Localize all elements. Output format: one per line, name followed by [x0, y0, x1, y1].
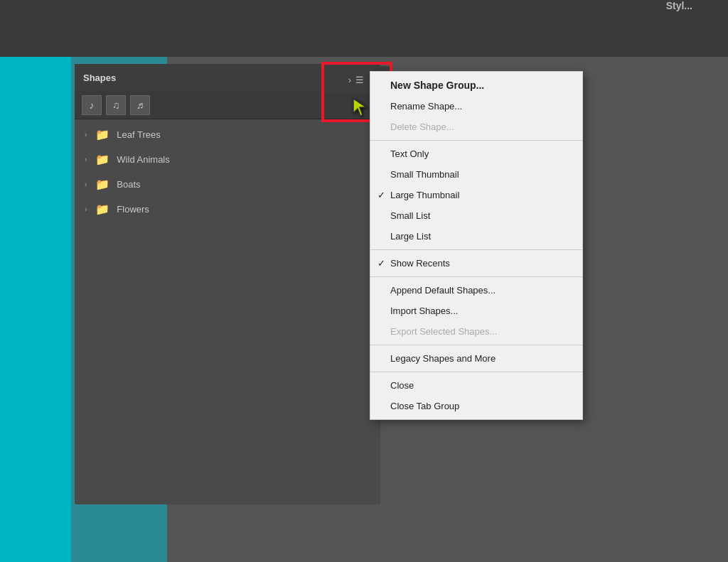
group-label: Flowers [117, 204, 149, 215]
menu-item-text-only[interactable]: Text Only [370, 144, 582, 164]
group-label: Boats [117, 179, 140, 190]
group-label: Wild Animals [117, 154, 169, 165]
menu-item-new-shape-group[interactable]: New Shape Group... [370, 75, 582, 96]
menu-item-legacy-shapes[interactable]: Legacy Shapes and More [370, 348, 582, 369]
shapes-icons-row: ♪ ♫ ♬ [75, 91, 380, 119]
top-bar: Styl... [0, 0, 728, 57]
chevron-right-icon: › [85, 205, 87, 213]
menu-separator-1 [370, 140, 582, 141]
folder-icon: 📁 [95, 128, 109, 141]
menu-item-show-recents[interactable]: Show Recents [370, 253, 582, 274]
menu-item-close-tab-group[interactable]: Close Tab Group [370, 396, 582, 416]
group-label: Leaf Trees [117, 129, 160, 140]
folder-icon: 📁 [95, 153, 109, 166]
menu-panel-icon[interactable]: ☰ [355, 75, 364, 85]
shape-icon-music-note[interactable]: ♪ [82, 95, 102, 115]
shapes-panel: Shapes › ☰ ♪ ♫ ♬ › 📁 Leaf Trees › 📁 Wild… [75, 64, 380, 504]
shape-icon-music-staff[interactable]: ♬ [130, 95, 150, 115]
chevron-right-icon: › [85, 131, 87, 139]
context-menu: New Shape Group... Rename Shape... Delet… [370, 71, 583, 420]
chevron-right-icon: › [85, 180, 87, 188]
folder-icon: 📁 [95, 202, 109, 216]
teal-sidebar [0, 0, 71, 562]
shapes-panel-title: Shapes [83, 72, 116, 83]
folder-icon: 📁 [95, 178, 109, 191]
menu-separator-4 [370, 345, 582, 345]
menu-item-close[interactable]: Close [370, 375, 582, 396]
menu-item-export-selected-shapes: Export Selected Shapes... [370, 321, 582, 342]
menu-item-small-thumbnail[interactable]: Small Thumbnail [370, 164, 582, 185]
list-item[interactable]: › 📁 Leaf Trees [75, 122, 380, 147]
menu-separator-5 [370, 372, 582, 372]
list-item[interactable]: › 📁 Flowers [75, 197, 380, 222]
menu-item-small-list[interactable]: Small List [370, 205, 582, 226]
menu-item-import-shapes[interactable]: Import Shapes... [370, 301, 582, 321]
menu-item-delete-shape: Delete Shape... [370, 117, 582, 137]
menu-item-append-default-shapes[interactable]: Append Default Shapes... [370, 280, 582, 301]
menu-separator-2 [370, 249, 582, 250]
list-item[interactable]: › 📁 Wild Animals [75, 147, 380, 172]
styl-label: Styl... [666, 0, 692, 11]
shapes-list: › 📁 Leaf Trees › 📁 Wild Animals › 📁 Boat… [75, 119, 380, 225]
menu-separator-3 [370, 276, 582, 277]
list-item[interactable]: › 📁 Boats [75, 172, 380, 197]
expand-panel-icon[interactable]: › [348, 75, 351, 85]
chevron-right-icon: › [85, 156, 87, 163]
menu-item-rename-shape[interactable]: Rename Shape... [370, 96, 582, 117]
menu-item-large-thumbnail[interactable]: Large Thumbnail [370, 185, 582, 205]
menu-item-large-list[interactable]: Large List [370, 226, 582, 247]
shape-icon-music-notes[interactable]: ♫ [106, 95, 126, 115]
